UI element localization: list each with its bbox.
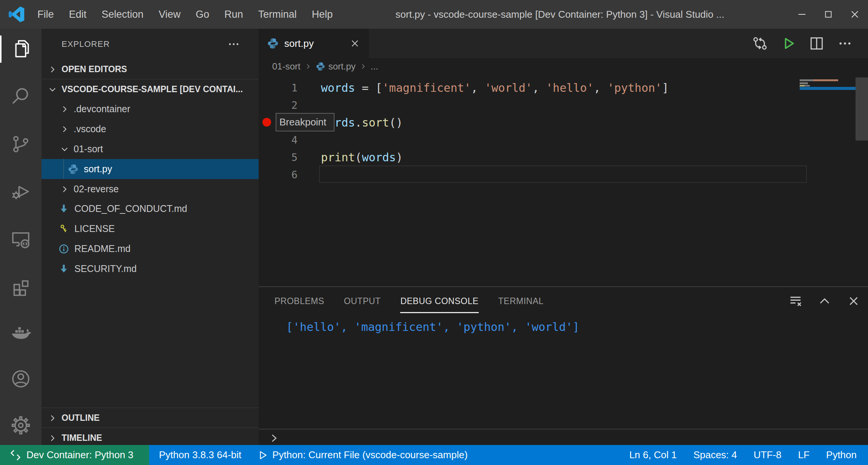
encoding-status[interactable]: UTF-8 [754, 449, 782, 461]
indent-guide [63, 159, 64, 179]
tree-item-readme[interactable]: README.md [42, 239, 259, 259]
menu-file[interactable]: File [30, 9, 62, 20]
remote-explorer-icon[interactable] [10, 229, 31, 250]
menu-bar: File Edit Selection View Go Run Terminal… [30, 0, 340, 29]
debug-console-input[interactable] [259, 429, 868, 446]
panel-tab-debug-console[interactable]: DEBUG CONSOLE [400, 296, 478, 306]
title-bar: File Edit Selection View Go Run Terminal… [0, 0, 868, 29]
breakpoint-tooltip: Breakpoint [276, 113, 335, 131]
code-line-1: 1 words = ['magnificent', 'world', 'hell… [259, 79, 868, 97]
tree-item-01-sort[interactable]: 01-sort [42, 139, 259, 159]
python-file-icon [267, 37, 279, 49]
timeline-section[interactable]: TIMELINE [42, 428, 259, 445]
chevron-right-icon [60, 104, 69, 114]
tree-item-license[interactable]: LICENSE [42, 219, 259, 239]
code-line-6: 6 [259, 166, 868, 184]
close-panel-icon[interactable] [839, 290, 868, 312]
run-debug-icon[interactable] [10, 181, 31, 202]
line-col-status[interactable]: Ln 6, Col 1 [629, 449, 677, 461]
code-line-3: 3 words.sort() [259, 114, 868, 131]
breadcrumb-folder[interactable]: 01-sort [272, 61, 301, 72]
panel-tab-terminal[interactable]: TERMINAL [498, 296, 544, 306]
docker-icon[interactable] [10, 323, 31, 344]
code-line-4: 4 [259, 131, 868, 149]
chevron-right-icon [48, 413, 57, 423]
console-prompt-icon [268, 433, 280, 444]
code-line-5: 5 print(words) [259, 149, 868, 166]
maximize-button[interactable] [815, 0, 842, 29]
active-view-indicator [0, 36, 2, 63]
vscode-logo [8, 6, 25, 23]
minimap-current-line [800, 87, 856, 90]
explorer-title: EXPLORER [62, 39, 110, 49]
indentation-status[interactable]: Spaces: 4 [693, 449, 737, 461]
chevron-right-icon [48, 65, 57, 74]
panel-tab-output[interactable]: OUTPUT [344, 296, 381, 306]
menu-run[interactable]: Run [217, 9, 251, 20]
run-config-status[interactable]: Python: Current File (vscode-course-samp… [257, 449, 467, 461]
tree-item-code-of-conduct[interactable]: CODE_OF_CONDUCT.md [42, 199, 259, 219]
eol-status[interactable]: LF [798, 449, 809, 461]
chevron-down-icon [60, 144, 69, 154]
more-actions-icon[interactable] [831, 33, 859, 54]
tab-bar: sort.py [259, 29, 868, 58]
language-status[interactable]: Python [826, 449, 857, 461]
status-bar: Dev Container: Python 3 Python 3.8.3 64-… [0, 445, 868, 465]
accounts-icon[interactable] [10, 368, 31, 389]
menu-help[interactable]: Help [304, 9, 341, 20]
bottom-panel: PROBLEMS OUTPUT DEBUG CONSOLE TERMINAL [259, 286, 868, 445]
play-icon [257, 450, 268, 461]
tab-sort-py[interactable]: sort.py [259, 29, 369, 58]
outline-section[interactable]: OUTLINE [42, 408, 259, 428]
editor-scrollbar[interactable] [856, 77, 868, 141]
close-button[interactable] [842, 0, 868, 29]
python-file-icon [68, 164, 79, 175]
run-python-file-icon[interactable] [774, 33, 802, 54]
chevron-right-icon [304, 63, 312, 70]
markdown-file-icon [58, 203, 69, 215]
info-file-icon [58, 243, 69, 255]
remote-icon [9, 449, 22, 462]
tab-close-icon[interactable] [349, 38, 361, 49]
chevron-right-icon [60, 124, 69, 134]
minimap[interactable] [800, 79, 838, 81]
breakpoint-dot[interactable] [262, 118, 271, 127]
tree-item-02-reverse[interactable]: 02-reverse [42, 179, 259, 199]
root-folder-section[interactable]: VSCODE-COURSE-SAMPLE [DEV CONTAI... [42, 79, 259, 99]
tree-item-sort-py[interactable]: sort.py [42, 159, 259, 179]
remote-indicator[interactable]: Dev Container: Python 3 [0, 445, 149, 465]
search-icon[interactable] [10, 86, 31, 107]
maximize-panel-icon[interactable] [810, 290, 839, 312]
breadcrumb-file[interactable]: sort.py [328, 61, 356, 72]
chevron-right-icon [60, 184, 69, 194]
breadcrumb-symbol[interactable]: ... [371, 61, 378, 72]
code-editor[interactable]: 1 words = ['magnificent', 'world', 'hell… [259, 75, 868, 286]
extensions-icon[interactable] [10, 276, 31, 297]
tab-label: sort.py [284, 38, 314, 49]
window-title: sort.py - vscode-course-sample [Dev Cont… [396, 0, 725, 29]
tree-item-vscode[interactable]: .vscode [42, 119, 259, 139]
minimize-button[interactable] [789, 0, 815, 29]
menu-terminal[interactable]: Terminal [251, 9, 304, 20]
open-changes-icon[interactable] [746, 33, 774, 54]
clear-console-icon[interactable] [781, 290, 810, 312]
tree-item-devcontainer[interactable]: .devcontainer [42, 99, 259, 119]
panel-tab-problems[interactable]: PROBLEMS [274, 296, 324, 306]
chevron-down-icon [48, 85, 57, 94]
python-version-status[interactable]: Python 3.8.3 64-bit [159, 449, 241, 461]
source-control-icon[interactable] [10, 133, 31, 154]
explorer-more-actions-icon[interactable] [228, 39, 240, 49]
python-file-icon [316, 62, 325, 71]
settings-gear-icon[interactable] [10, 415, 31, 436]
open-editors-section[interactable]: OPEN EDITORS [42, 59, 259, 79]
explorer-icon[interactable] [10, 38, 31, 59]
tree-item-security[interactable]: SECURITY.md [42, 259, 259, 279]
chevron-right-icon [48, 433, 57, 443]
explorer-sidebar: EXPLORER OPEN EDITORS VSCODE-COURSE-SAMP… [42, 29, 259, 445]
split-editor-icon[interactable] [802, 33, 831, 54]
menu-go[interactable]: Go [188, 9, 217, 20]
menu-selection[interactable]: Selection [94, 9, 151, 20]
menu-edit[interactable]: Edit [62, 9, 94, 20]
menu-view[interactable]: View [151, 9, 188, 20]
debug-console-output: ['hello', 'magnificent', 'python', 'worl… [286, 320, 580, 334]
